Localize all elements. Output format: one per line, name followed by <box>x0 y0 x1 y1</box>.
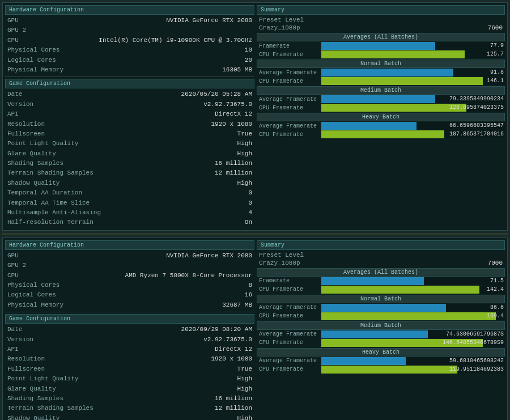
table-row: Logical Cores16 <box>5 290 254 300</box>
bar-value: 71.5 <box>490 277 504 285</box>
config-label: Fullscreen <box>5 129 103 139</box>
bar-value: 77.9 <box>490 42 504 50</box>
bar-label: Average Framerate <box>257 96 319 103</box>
bar-value: 146.1 <box>487 77 504 85</box>
config-label: Resolution <box>5 354 103 364</box>
config-value: 8 <box>96 281 254 290</box>
table-row: Versionv2.92.73675.0 <box>5 100 254 109</box>
batch-header: Medium Batch <box>257 86 505 95</box>
config-label: Fullscreen <box>5 364 103 374</box>
config-value: v2.92.73675.0 <box>103 100 254 109</box>
config-value: High <box>103 374 254 384</box>
game-header-0: Game Configuration <box>5 79 254 88</box>
config-label: Point Light Quality <box>5 374 103 384</box>
preset-level-label: Preset Level <box>259 252 304 258</box>
bar-container: 146.548553466789S9 <box>321 339 505 347</box>
config-label: Date <box>5 90 103 99</box>
table-row: Shadow QualityHigh <box>5 414 254 420</box>
bar-value: 86.6 <box>490 304 504 312</box>
benchmark-container: Hardware ConfigurationGPUNVIDIA GeForce … <box>0 0 510 420</box>
bar-container: 59.6810465698242 <box>321 357 505 365</box>
bar-label: CPU Framerate <box>257 52 319 58</box>
bar-label: CPU Framerate <box>257 105 319 111</box>
table-row: Physical Cores10 <box>5 45 254 55</box>
left-panel-1: Hardware ConfigurationGPUNVIDIA GeForce … <box>5 240 254 420</box>
bar-container: 66.6596603395547 <box>321 122 505 130</box>
bar-container: 125.7 <box>321 50 505 58</box>
divider <box>5 77 254 77</box>
table-row: GPU 2 <box>5 261 254 270</box>
table-row: FullscreenTrue <box>5 129 254 139</box>
bar-fill <box>321 277 424 285</box>
right-panel-1: SummaryPreset LevelCrazy_1080p7000Averag… <box>257 240 505 420</box>
table-row: GPU 2 <box>5 26 254 35</box>
preset-value: 7000 <box>488 260 503 266</box>
config-value: 0 <box>103 188 254 198</box>
bar-fill <box>321 130 444 138</box>
bar-container: 74.6300659179687S <box>321 330 505 338</box>
bar-value: 66.6596603395547 <box>449 122 504 130</box>
config-label: CPU <box>5 36 96 45</box>
config-label: CPU <box>5 271 96 281</box>
table-row: Terrain Shading Samples12 million <box>5 404 254 413</box>
bar-container: 107.865371704016 <box>321 130 505 138</box>
preset-value: 7600 <box>488 24 503 31</box>
table-row: Point Light QualityHigh <box>5 374 254 384</box>
config-value: On <box>103 218 254 227</box>
config-value: v2.92.73675.0 <box>103 335 254 345</box>
table-row: Multisample Anti-Aliasing4 <box>5 208 254 218</box>
config-label: Date <box>5 325 103 334</box>
config-value: True <box>103 129 254 139</box>
bar-fill <box>321 77 483 85</box>
config-label: Physical Cores <box>5 281 96 290</box>
bar-row: Average Framerate79.3395849990234 <box>257 95 505 103</box>
game-table-1: Date2020/09/29 08:20 AMVersionv2.92.7367… <box>5 325 254 420</box>
table-row: APIDirectX 12 <box>5 345 254 354</box>
preset-level-label: Preset Level <box>259 16 304 23</box>
bar-value: 169.4 <box>487 312 504 320</box>
table-row: Glare QualityHigh <box>5 384 254 394</box>
config-label: Version <box>5 100 103 109</box>
table-row: Logical Cores20 <box>5 56 254 65</box>
preset-level-row: Preset Level <box>257 251 505 259</box>
config-label: GPU 2 <box>5 26 96 35</box>
table-row: Physical Memory32687 MB <box>5 300 254 310</box>
bar-container: 119.951184692383 <box>321 366 505 374</box>
config-value: High <box>103 149 254 159</box>
bar-row: Average Framerate86.6 <box>257 304 505 312</box>
bar-label: Average Framerate <box>257 123 319 129</box>
bar-row: Framerate77.9 <box>257 42 505 50</box>
batch-header: Heavy Batch <box>257 113 505 121</box>
config-value: NVIDIA GeForce RTX 2080 <box>96 16 254 26</box>
hardware-table-0: GPUNVIDIA GeForce RTX 2080GPU 2CPUIntel(… <box>5 16 254 75</box>
table-row: Terrain Shading Samples12 million <box>5 168 254 178</box>
bar-value: 91.8 <box>490 69 504 77</box>
config-label: Shading Samples <box>5 159 103 168</box>
bar-fill <box>321 357 406 365</box>
bar-label: CPU Framerate <box>257 286 319 292</box>
config-label: Resolution <box>5 120 103 129</box>
config-label: Terrain Shading Samples <box>5 168 103 178</box>
config-label: GPU <box>5 16 96 26</box>
config-label: Temporal AA Duration <box>5 188 103 198</box>
hardware-header-1: Hardware Configuration <box>5 240 254 250</box>
config-label: Glare Quality <box>5 384 103 394</box>
table-row: Date2020/09/29 08:20 AM <box>5 325 254 334</box>
bar-label: Average Framerate <box>257 304 319 311</box>
table-row: CPUAMD Ryzen 7 5800X 8-Core Processor <box>5 271 254 281</box>
table-row: Date2020/05/20 05:28 AM <box>5 90 254 99</box>
bar-label: Framerate <box>257 43 319 49</box>
bar-fill <box>321 312 496 320</box>
config-label: Shadow Quality <box>5 414 103 420</box>
bar-row: CPU Framerate142.4 <box>257 286 505 294</box>
bar-row: Average Framerate74.6300659179687S <box>257 330 505 338</box>
config-label: GPU <box>5 251 96 261</box>
table-row: Physical Cores8 <box>5 281 254 290</box>
bar-value: 128.895874023375 <box>449 104 504 112</box>
config-value: High <box>103 414 254 420</box>
config-value: 2020/05/20 05:28 AM <box>103 90 254 99</box>
summary-header-1: Summary <box>257 240 505 250</box>
hardware-header-0: Hardware Configuration <box>5 5 254 15</box>
bar-container: 77.9 <box>321 42 505 50</box>
bar-row: CPU Framerate107.865371704016 <box>257 130 505 138</box>
